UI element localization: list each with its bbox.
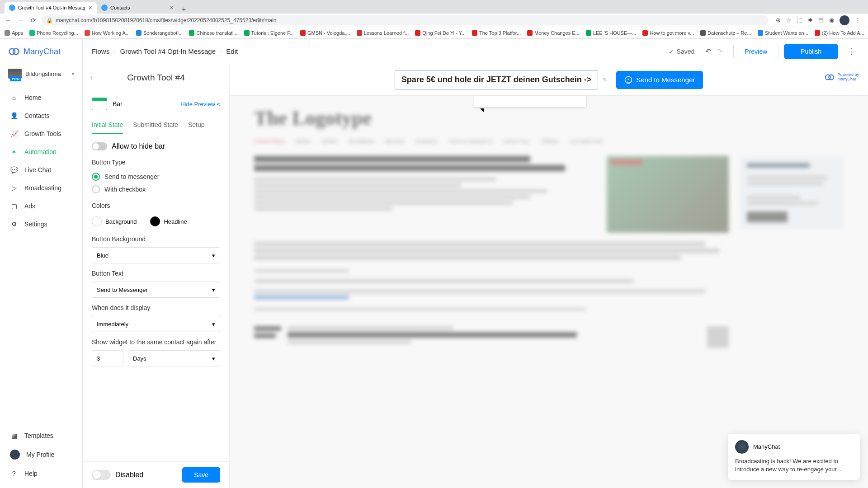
browser-tab[interactable]: Contacts ✕: [97, 2, 178, 14]
extension-icon[interactable]: ▤: [818, 17, 824, 23]
headline-color-picker[interactable]: Headline: [150, 216, 187, 226]
lock-icon: 🔒: [46, 17, 53, 23]
sidebar-item-broadcasting[interactable]: ▷Broadcasting: [0, 179, 82, 197]
bookmark-item[interactable]: Qing Fei De Yi - Y...: [415, 30, 466, 36]
profile-avatar[interactable]: [840, 15, 849, 25]
chat-notification[interactable]: ManyChat Broadcasting is back! We are ex…: [728, 434, 860, 480]
growth-icon: 📈: [10, 130, 18, 138]
send-messenger-button[interactable]: Send to Messenger: [616, 71, 703, 89]
toolbar-icons: ⊕ ☆ ⬚ ✱ ▤ ◉ ⋮: [772, 15, 864, 25]
tab-initial-state[interactable]: Initial State: [92, 117, 123, 134]
chevron-down-icon: ▾: [212, 286, 215, 293]
preview-area: Spare 5€ und hole dir JETZT deinen Gutsc…: [230, 64, 868, 488]
bookmark-item[interactable]: Lessons Learned f...: [357, 30, 409, 36]
menu-icon[interactable]: ⋮: [855, 17, 861, 23]
disabled-label: Disabled: [115, 471, 143, 479]
button-bg-title: Button Background: [92, 235, 220, 243]
radio-with-checkbox[interactable]: With checkbox: [92, 183, 220, 196]
forward-icon[interactable]: →: [16, 17, 25, 24]
pencil-icon[interactable]: ✎: [603, 77, 607, 83]
avatar: [10, 450, 20, 460]
star-icon[interactable]: ☆: [786, 17, 792, 23]
address-bar-row: ← → ⟳ 🔒 manychat.com/fb10981502081920618…: [0, 14, 868, 27]
new-tab-button[interactable]: +: [178, 5, 189, 14]
crumb-tool[interactable]: Growth Tool #4 Opt-In Message: [120, 47, 216, 55]
bar-headline-input[interactable]: Spare 5€ und hole dir JETZT deinen Gutsc…: [395, 70, 599, 89]
sidebar-item-livechat[interactable]: 💬Live Chat: [0, 161, 82, 179]
app-root: ManyChat PRO Bildungsfirma ▾ ⌂Home 👤Cont…: [0, 39, 868, 488]
extension-icon[interactable]: ◉: [829, 17, 834, 23]
powered-by-badge[interactable]: Powered by ManyChat: [825, 72, 859, 82]
button-bg-select[interactable]: Blue▾: [92, 247, 220, 263]
bookmark-item[interactable]: Datenschutz – Re...: [700, 30, 751, 36]
show-again-number[interactable]: 3: [92, 350, 123, 366]
sidebar-item-ads[interactable]: ▢Ads: [0, 197, 82, 215]
sidebar-item-settings[interactable]: ⚙Settings: [0, 215, 82, 233]
chevron-down-icon: ▾: [212, 252, 215, 259]
allow-hide-toggle[interactable]: [92, 142, 107, 150]
radio-send-messenger[interactable]: Send to messenger: [92, 170, 220, 183]
bookmark-item[interactable]: GMSN - Vologda,...: [300, 30, 350, 36]
sidebar-item-automation[interactable]: ✶Automation: [0, 143, 82, 161]
zoom-icon[interactable]: ⊕: [776, 17, 781, 23]
sidebar-item-home[interactable]: ⌂Home: [0, 89, 82, 107]
bookmark-item[interactable]: The Top 3 Platfor...: [472, 30, 521, 36]
tab-favicon: [101, 5, 108, 11]
close-icon[interactable]: ✕: [88, 5, 92, 11]
sidebar-item-profile[interactable]: My Profile: [0, 445, 82, 465]
browser-chrome: Growth Tool #4 Opt-In Messag ✕ Contacts …: [0, 0, 868, 39]
allow-hide-row: Allow to hide bar: [92, 142, 220, 150]
extension-icon[interactable]: ✱: [808, 17, 813, 23]
manychat-icon: [8, 46, 20, 57]
bookmark-item[interactable]: How to get more v...: [642, 30, 694, 36]
bookmark-item[interactable]: Tutorial: Eigene F...: [244, 30, 294, 36]
url-input[interactable]: 🔒 manychat.com/fb10981502081920618/cms/f…: [42, 15, 769, 25]
bookmark-item[interactable]: Chinese translati...: [189, 30, 237, 36]
extension-icon[interactable]: ⬚: [797, 17, 802, 23]
crumb-flows[interactable]: Flows: [92, 47, 109, 55]
dropdown-panel[interactable]: [474, 96, 587, 108]
close-icon[interactable]: ✕: [170, 5, 174, 11]
tab-favicon: [9, 5, 15, 11]
more-icon[interactable]: ⋮: [844, 47, 859, 56]
bookmark-item[interactable]: Phone Recycling...: [29, 30, 78, 36]
preview-button[interactable]: Preview: [733, 44, 778, 59]
broadcast-icon: ▷: [10, 184, 18, 192]
bookmark-item[interactable]: How Working A...: [85, 30, 130, 36]
tab-setup[interactable]: Setup: [188, 117, 205, 134]
hide-preview-link[interactable]: Hide Preview <: [180, 101, 220, 108]
background-color-picker[interactable]: Background: [92, 216, 137, 226]
back-arrow-icon[interactable]: ‹: [90, 73, 93, 82]
bookmark-item[interactable]: Money Changes E...: [527, 30, 580, 36]
undo-icon[interactable]: ↶: [705, 47, 711, 56]
button-text-select[interactable]: Send to Messenger▾: [92, 282, 220, 298]
back-icon[interactable]: ←: [4, 17, 13, 24]
publish-button[interactable]: Publish: [784, 44, 838, 59]
sidebar-item-growth[interactable]: 📈Growth Tools: [0, 125, 82, 143]
sidebar-item-help[interactable]: ?Help: [0, 465, 82, 483]
enabled-toggle[interactable]: [92, 470, 111, 480]
bookmark-item[interactable]: Sonderangebot!...: [136, 30, 183, 36]
bookmark-item[interactable]: LEE 'S HOUSE—...: [586, 30, 637, 36]
apps-button[interactable]: Apps: [5, 30, 23, 36]
org-selector[interactable]: PRO Bildungsfirma ▾: [0, 64, 82, 83]
sidebar-item-contacts[interactable]: 👤Contacts: [0, 107, 82, 125]
pro-badge: PRO: [10, 76, 21, 81]
show-again-unit-select[interactable]: Days▾: [128, 350, 220, 366]
when-display-select[interactable]: Immediately▾: [92, 316, 220, 332]
reload-icon[interactable]: ⟳: [29, 17, 38, 24]
save-button[interactable]: Save: [182, 467, 220, 483]
sidebar-item-templates[interactable]: ▦Templates: [0, 427, 82, 445]
brand-logo[interactable]: ManyChat: [0, 39, 82, 64]
disabled-row: Disabled: [92, 470, 143, 480]
chevron-down-icon: ▾: [72, 71, 74, 76]
browser-tab-active[interactable]: Growth Tool #4 Opt-In Messag ✕: [5, 2, 97, 14]
manychat-icon: [825, 72, 835, 82]
bookmark-item[interactable]: (2) How To Add A...: [815, 30, 864, 36]
gear-icon: ⚙: [10, 220, 18, 228]
tab-submitted-state[interactable]: Submitted State: [133, 117, 178, 134]
undo-redo: ↶ ↷: [700, 47, 728, 56]
tab-title: Contacts: [110, 5, 130, 10]
bookmark-item[interactable]: Student Wants an...: [758, 30, 808, 36]
messenger-icon: [624, 76, 632, 84]
